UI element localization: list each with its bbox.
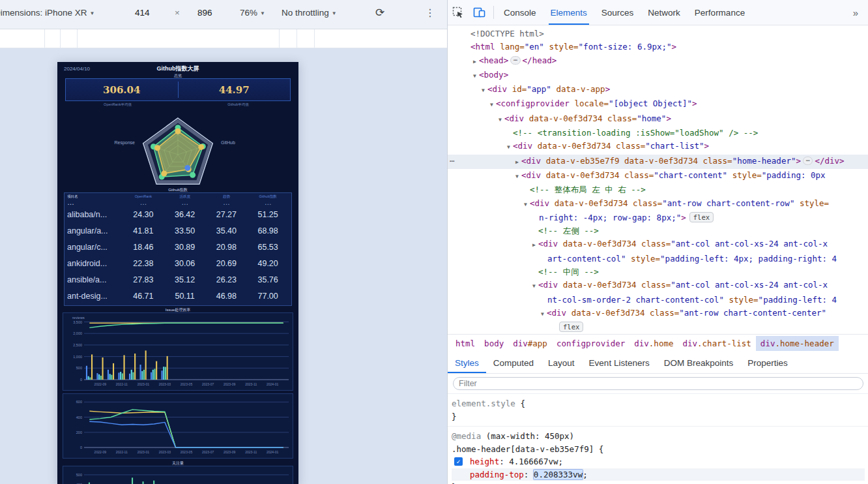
expand-arrow-icon[interactable]: ▼	[504, 141, 513, 154]
svg-text:2022-09: 2022-09	[94, 382, 107, 386]
dom-tree-line[interactable]: ▼<body>	[448, 68, 868, 83]
table-row: ant-desig...46.7150.1146.9877.00	[65, 288, 291, 304]
stat-panel: 306.04 44.97	[65, 78, 291, 101]
styles-tab-properties[interactable]: Properties	[740, 352, 795, 373]
flex-badge[interactable]: flex	[559, 322, 583, 332]
expand-arrow-icon[interactable]: ▼	[487, 98, 496, 112]
media-rule[interactable]: @media (max-width: 450px) .home-header[d…	[448, 427, 868, 484]
svg-text:2023-05: 2023-05	[181, 382, 193, 386]
declaration-value[interactable]: 0.208333vw	[534, 470, 583, 479]
expand-arrow-icon[interactable]: ▼	[530, 280, 538, 293]
expand-arrow-icon[interactable]: ▶	[530, 239, 538, 252]
declaration-checkbox[interactable]: ✓	[454, 457, 463, 466]
dom-tree-line[interactable]: ▼<div data-v-0ef3d734 class="ant-col ant…	[448, 279, 868, 293]
node-menu-icon[interactable]: ⋯	[450, 155, 456, 168]
dom-tree-line[interactable]: ▶<div data-v-0ef3d734 class="ant-col ant…	[448, 237, 868, 252]
expand-arrow-icon[interactable]: ▼	[538, 308, 547, 321]
breadcrumb-item-body[interactable]: body	[480, 336, 508, 351]
inspect-element-icon[interactable]	[452, 7, 464, 18]
svg-text:2022-11: 2022-11	[116, 382, 128, 386]
expand-arrow-icon[interactable]: ▼	[479, 84, 487, 97]
table-row: ansible/a...27.8335.1226.2335.76	[65, 271, 291, 288]
tab-console[interactable]: Console	[497, 0, 543, 25]
svg-text:2023-07: 2023-07	[202, 450, 214, 454]
dom-tree-line[interactable]: ▼<div data-v-0ef3d734 class="home">	[448, 112, 868, 127]
declaration-value[interactable]: 4.166667vw	[509, 457, 558, 466]
table-row: angular/a...41.8133.5035.4068.98	[65, 222, 291, 239]
breadcrumb-item-html[interactable]: html	[451, 336, 480, 351]
dom-tree-line[interactable]: <!-- 整体布局 左 中 右 -->	[448, 183, 868, 196]
more-options-icon[interactable]: ⋮	[425, 7, 435, 19]
breadcrumb-item-configprovider[interactable]: configprovider	[552, 336, 629, 351]
dom-tree-line[interactable]: nt-col-sm-order-2 chart-content-col" sty…	[448, 294, 868, 307]
svg-text:Response: Response	[114, 140, 135, 145]
svg-text:2023-03: 2023-03	[159, 450, 171, 454]
chevron-down-icon: ▼	[90, 10, 95, 16]
tab-performance[interactable]: Performance	[687, 0, 752, 25]
styles-tab-layout[interactable]: Layout	[541, 352, 582, 373]
svg-text:2023-01: 2023-01	[137, 382, 150, 386]
openrank-average-value: 306.04	[66, 79, 178, 100]
dom-tree-line[interactable]: <html lang="en" style="font-size: 6.9px;…	[448, 40, 868, 53]
styles-tab-computed[interactable]: Computed	[486, 352, 541, 373]
collapsed-content-icon[interactable]: ⋯	[803, 157, 813, 165]
dom-tree-line[interactable]: <!-- <transition-loading :isShow="loadSh…	[448, 127, 868, 140]
element-style-selector: element.style	[452, 399, 515, 408]
elements-breadcrumb: htmlbodydiv#appconfigproviderdiv.homediv…	[448, 334, 868, 352]
overview-radar-chart: GitHubTrendActivityResponse	[100, 109, 256, 200]
dom-tree-line[interactable]: ▼<configprovider locale="[object Object]…	[448, 97, 868, 112]
svg-text:200: 200	[76, 431, 82, 434]
svg-text:1,000: 1,000	[73, 355, 82, 359]
breadcrumb-item-div-home[interactable]: div.home	[629, 336, 678, 351]
dom-tree-line[interactable]: <!-- 中间 -->	[448, 265, 868, 279]
styles-tab-event-listeners[interactable]: Event Listeners	[582, 352, 657, 373]
tab-elements[interactable]: Elements	[543, 0, 594, 25]
dom-tree-line[interactable]: <!-- 左侧 -->	[448, 224, 868, 237]
viewport-width-field[interactable]: 414	[135, 8, 150, 18]
expand-arrow-icon[interactable]: ▼	[470, 70, 479, 83]
expand-arrow-icon[interactable]: ▼	[496, 113, 504, 127]
breadcrumb-item-div-app[interactable]: div#app	[508, 336, 552, 351]
device-toolbar-toggle-icon[interactable]	[473, 7, 486, 18]
trend-lines-chart: 02004006002022-092022-112023-012023-0320…	[63, 393, 293, 459]
dom-tree-line[interactable]: ▶<head>⋯</head>	[448, 54, 868, 68]
more-tabs-button[interactable]: »	[853, 7, 868, 18]
device-type-dropdown[interactable]: Dimensions: iPhone XR▼	[0, 8, 95, 18]
dom-tree-line[interactable]: ▼<div id="app" data-v-app>	[448, 83, 868, 97]
dom-tree-line[interactable]: flex	[448, 321, 868, 334]
dom-tree-line[interactable]: ▼<div data-v-0ef3d734 class="ant-row cha…	[448, 197, 868, 211]
expand-arrow-icon[interactable]: ▼	[521, 198, 530, 211]
chevron-down-icon: ▼	[332, 10, 337, 16]
css-declaration-padding-top[interactable]: padding-top: 0.208333vw;	[452, 468, 865, 481]
element-style-rule[interactable]: element.style { }	[448, 394, 868, 427]
dom-tree-line[interactable]: ▼<div data-v-0ef3d734 class="chart-conte…	[448, 169, 868, 183]
dom-tree-line[interactable]: art-content-col" style="padding-left: 4p…	[448, 252, 868, 265]
expand-arrow-icon[interactable]: ▶	[470, 55, 479, 68]
zoom-dropdown[interactable]: 76%▼	[240, 8, 265, 18]
collapsed-content-icon[interactable]: ⋯	[510, 56, 520, 65]
styles-filter-input[interactable]	[453, 377, 863, 390]
dom-tree-line[interactable]: ▼<div data-v-0ef3d734 class="chart-list"…	[448, 140, 868, 154]
flex-badge[interactable]: flex	[689, 212, 714, 222]
expand-arrow-icon[interactable]: ▶	[513, 156, 521, 169]
svg-text:2023-01: 2023-01	[137, 450, 150, 454]
dom-tree-line[interactable]: <!DOCTYPE html>	[448, 27, 868, 40]
tab-network[interactable]: Network	[641, 0, 687, 25]
dom-tree-line[interactable]: ⋯▶<div data-v-eb35e7f9 data-v-0ef3d734 c…	[448, 155, 868, 169]
dom-tree-line[interactable]: ▼<div data-v-0ef3d734 class="ant-row cha…	[448, 307, 868, 321]
throttling-dropdown[interactable]: No throttling▼	[282, 8, 337, 18]
rotate-device-icon[interactable]: ⟳	[375, 6, 384, 20]
css-declaration-height[interactable]: ✓height: 4.166667vw;	[452, 455, 865, 468]
tab-sources[interactable]: Sources	[594, 0, 641, 25]
styles-tab-dom-breakpoints[interactable]: DOM Breakpoints	[657, 352, 741, 373]
table-row: angular/c...18.4630.8920.9865.53	[65, 239, 291, 255]
devtools-pane: ConsoleElementsSourcesNetworkPerformance…	[447, 0, 868, 484]
table-row: ……………	[65, 199, 291, 206]
breadcrumb-item-div-home-header[interactable]: div.home-header	[756, 336, 839, 351]
dom-tree-line[interactable]: n-right: -4px; row-gap: 8px;">flex	[448, 211, 868, 224]
expand-arrow-icon[interactable]: ▼	[513, 170, 521, 183]
styles-tab-styles[interactable]: Styles	[448, 352, 486, 373]
breadcrumb-item-div-chart-list[interactable]: div.chart-list	[678, 336, 755, 351]
emulated-phone-screen: 2024/04/10 Github指数大屏 总览 306.04 44.97 Op…	[57, 62, 298, 484]
viewport-height-field[interactable]: 896	[197, 8, 212, 18]
